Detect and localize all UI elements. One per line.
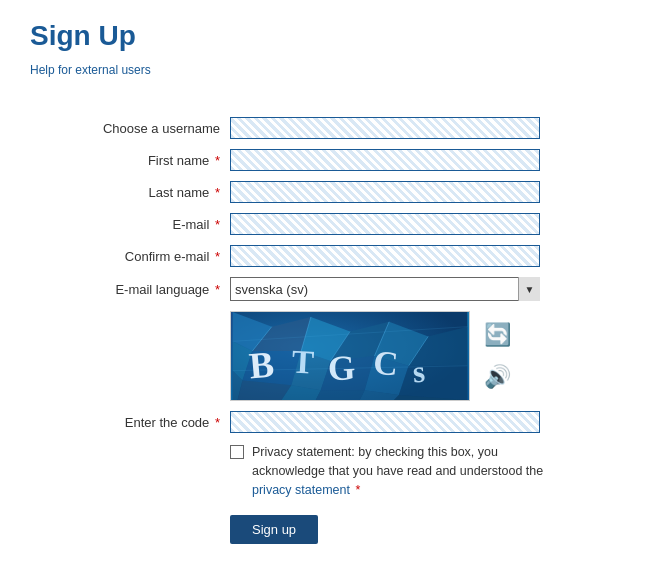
lastname-row: Last name * — [30, 181, 620, 203]
privacy-row: Privacy statement: by checking this box,… — [230, 443, 620, 499]
captcha-image: B T G C s — [230, 311, 470, 401]
lastname-required: * — [215, 185, 220, 200]
email-input[interactable] — [230, 213, 540, 235]
privacy-text: Privacy statement: by checking this box,… — [252, 443, 562, 499]
email-label: E-mail * — [30, 217, 230, 232]
confirm-email-required: * — [215, 249, 220, 264]
captcha-row: B T G C s 🔄 🔊 — [30, 311, 620, 401]
captcha-code-input[interactable] — [230, 411, 540, 433]
language-select[interactable]: svenska (sv) English (en) Deutsch (de) f… — [230, 277, 540, 301]
captcha-controls: 🔄 🔊 — [480, 318, 514, 394]
firstname-row: First name * — [30, 149, 620, 171]
audio-captcha-button[interactable]: 🔊 — [480, 360, 514, 394]
confirm-email-input[interactable] — [230, 245, 540, 267]
svg-text:s: s — [412, 354, 427, 390]
speaker-icon: 🔊 — [484, 364, 511, 390]
lastname-label: Last name * — [30, 185, 230, 200]
firstname-input[interactable] — [230, 149, 540, 171]
username-label: Choose a username — [30, 121, 230, 136]
signup-button[interactable]: Sign up — [230, 515, 318, 544]
language-select-wrapper: svenska (sv) English (en) Deutsch (de) f… — [230, 277, 540, 301]
username-row: Choose a username — [30, 117, 620, 139]
username-input[interactable] — [230, 117, 540, 139]
signup-row: Sign up — [230, 515, 620, 544]
privacy-statement-text: Privacy statement: by checking this box,… — [252, 445, 543, 478]
refresh-captcha-button[interactable]: 🔄 — [480, 318, 514, 352]
captcha-code-label: Enter the code * — [30, 415, 230, 430]
page-title: Sign Up — [30, 20, 620, 52]
svg-marker-12 — [399, 366, 467, 400]
refresh-icon: 🔄 — [484, 322, 511, 348]
privacy-required-star: * — [352, 483, 360, 497]
confirm-email-row: Confirm e-mail * — [30, 245, 620, 267]
signup-form: Choose a username First name * Last name… — [30, 117, 620, 544]
language-required: * — [215, 282, 220, 297]
help-link[interactable]: Help for external users — [30, 63, 151, 77]
svg-text:G: G — [327, 348, 356, 388]
svg-text:C: C — [372, 344, 400, 383]
confirm-email-label: Confirm e-mail * — [30, 249, 230, 264]
email-row: E-mail * — [30, 213, 620, 235]
email-required: * — [215, 217, 220, 232]
captcha-area: B T G C s 🔄 🔊 — [230, 311, 514, 401]
svg-text:T: T — [291, 343, 315, 381]
captcha-code-required: * — [215, 415, 220, 430]
lastname-input[interactable] — [230, 181, 540, 203]
firstname-required: * — [215, 153, 220, 168]
privacy-checkbox[interactable] — [230, 445, 244, 459]
captcha-code-row: Enter the code * — [30, 411, 620, 433]
svg-marker-16 — [316, 390, 365, 400]
privacy-link[interactable]: privacy statement — [252, 483, 350, 497]
language-label: E-mail language * — [30, 282, 230, 297]
svg-text:B: B — [247, 343, 275, 386]
firstname-label: First name * — [30, 153, 230, 168]
language-row: E-mail language * svenska (sv) English (… — [30, 277, 620, 301]
